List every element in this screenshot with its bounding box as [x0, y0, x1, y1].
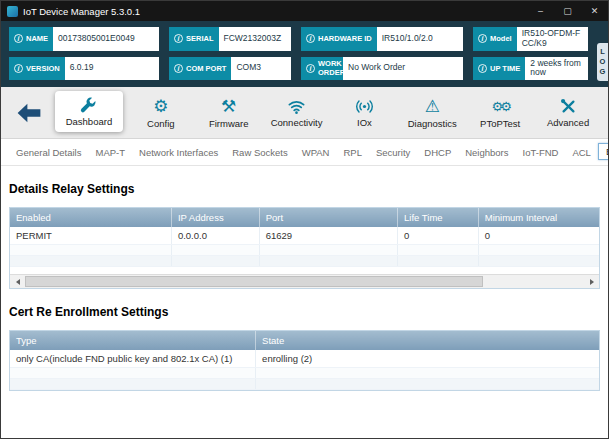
- subnav-raw-sockets[interactable]: Raw Sockets: [225, 145, 294, 160]
- serial-badge[interactable]: iSERIAL: [169, 27, 219, 51]
- cell-minimum-interval[interactable]: 0: [478, 227, 599, 245]
- tab-config[interactable]: ⚙ Config: [127, 91, 195, 134]
- cert-header-row: Type State: [10, 331, 599, 350]
- window-title: IoT Device Manager 5.3.0.1: [23, 6, 140, 17]
- relay-header-row: Enabled IP Address Port Life Time Minimu…: [10, 208, 599, 227]
- version-badge[interactable]: iVERSION: [9, 57, 65, 81]
- info-icon: i: [306, 34, 315, 43]
- column-header-state[interactable]: State: [256, 331, 599, 350]
- tab-label: Diagnostics: [408, 118, 457, 129]
- horizontal-scrollbar[interactable]: [10, 274, 599, 288]
- com-port-field: iCOM PORT COM3: [169, 57, 291, 81]
- column-header-type[interactable]: Type: [10, 331, 256, 350]
- subnav-network-interfaces[interactable]: Network Interfaces: [132, 145, 225, 160]
- window-controls: – ▢ ✕: [527, 1, 608, 21]
- serial-field: iSERIAL FCW2132003Z: [169, 27, 291, 51]
- tab-dashboard[interactable]: Dashboard: [55, 91, 123, 132]
- empty-row: [10, 256, 599, 267]
- empty-cell: [478, 256, 599, 267]
- name-field: iNAME 00173805001E0049: [9, 27, 159, 51]
- table-row[interactable]: PERMIT 0.0.0.0 61629 0 0: [10, 227, 599, 245]
- column-header-port[interactable]: Port: [259, 208, 397, 227]
- sub-nav: General Details MAP-T Network Interfaces…: [1, 139, 608, 166]
- subnav-rpl[interactable]: RPL: [336, 145, 368, 160]
- close-button[interactable]: ✕: [581, 1, 608, 21]
- grid-filler: [10, 267, 599, 274]
- name-value: 00173805001E0049: [53, 27, 159, 51]
- scroll-right-button[interactable]: [584, 275, 599, 288]
- work-order-value: No Work Order: [343, 57, 463, 81]
- info-icon: i: [306, 64, 315, 73]
- cell-life-time[interactable]: 0: [398, 227, 479, 245]
- up-time-field: iUP TIME 2 weeks from now: [473, 57, 588, 81]
- empty-cell: [10, 379, 256, 390]
- subnav-security[interactable]: Security: [369, 145, 417, 160]
- table-row[interactable]: only CA(include FND public key and 802.1…: [10, 350, 599, 368]
- tab-diagnostics[interactable]: ⚠ Diagnostics: [398, 91, 466, 134]
- subnav-wpan[interactable]: WPAN: [295, 145, 337, 160]
- subnav-map-t[interactable]: MAP-T: [88, 145, 132, 160]
- cell-port[interactable]: 61629: [259, 227, 397, 245]
- crossed-tools-icon: [559, 97, 578, 116]
- subnav-neighbors[interactable]: Neighbors: [458, 145, 515, 160]
- empty-cell: [256, 379, 599, 390]
- tab-connectivity[interactable]: Connectivity: [263, 91, 331, 134]
- empty-row: [10, 245, 599, 256]
- cell-state[interactable]: enrolling (2): [256, 350, 599, 368]
- tab-advanced[interactable]: Advanced: [534, 91, 602, 134]
- gears-icon: ⚙⚙: [492, 97, 509, 117]
- badge-grid: iNAME 00173805001E0049 iSERIAL FCW213200…: [9, 27, 600, 80]
- info-icon: i: [174, 64, 183, 73]
- maximize-button[interactable]: ▢: [554, 1, 581, 21]
- subnav-general-details[interactable]: General Details: [9, 145, 88, 160]
- subnav-iot-fnd[interactable]: IoT-FND: [516, 145, 566, 160]
- cell-ip-address[interactable]: 0.0.0.0: [171, 227, 259, 245]
- wifi-icon: [287, 97, 306, 116]
- info-icon: i: [478, 34, 487, 43]
- work-order-badge[interactable]: iWORK ORDER: [301, 57, 343, 81]
- com-port-value: COM3: [231, 57, 291, 81]
- cell-enabled[interactable]: PERMIT: [10, 227, 171, 245]
- tab-ptoptest[interactable]: ⚙⚙ PToPTest: [466, 91, 534, 134]
- empty-cell: [478, 245, 599, 256]
- hardware-id-badge[interactable]: iHARDWARE ID: [301, 27, 377, 51]
- scrollbar-thumb[interactable]: [25, 276, 483, 287]
- tab-firmware[interactable]: ⚒ Firmware: [195, 91, 263, 134]
- tab-label: PToPTest: [480, 118, 520, 129]
- subnav-est[interactable]: EST: [598, 143, 609, 160]
- up-time-badge[interactable]: iUP TIME: [473, 57, 525, 81]
- tab-label: Dashboard: [66, 116, 112, 127]
- content-area: Details Relay Settings Enabled IP Addres…: [1, 166, 608, 438]
- model-badge[interactable]: iModel: [473, 27, 517, 51]
- app-icon: [7, 6, 18, 17]
- title-bar: IoT Device Manager 5.3.0.1 – ▢ ✕: [1, 1, 608, 21]
- scroll-left-button[interactable]: [10, 275, 25, 288]
- column-header-ip-address[interactable]: IP Address: [171, 208, 259, 227]
- tab-label: Firmware: [209, 118, 249, 129]
- serial-value: FCW2132003Z: [219, 27, 291, 51]
- empty-cell: [10, 245, 171, 256]
- info-icon: i: [174, 34, 183, 43]
- radio-waves-icon: [355, 97, 374, 116]
- wrench-icon: [79, 96, 98, 115]
- column-header-enabled[interactable]: Enabled: [10, 208, 171, 227]
- minimize-button[interactable]: –: [527, 1, 554, 21]
- column-header-life-time[interactable]: Life Time: [398, 208, 479, 227]
- empty-cell: [259, 256, 397, 267]
- back-button[interactable]: [7, 91, 51, 134]
- back-arrow-icon: [16, 102, 42, 124]
- hardware-id-value: IR510/1.0/2.0: [377, 27, 463, 51]
- subnav-acl[interactable]: ACL: [565, 145, 597, 160]
- empty-cell: [171, 245, 259, 256]
- cell-type[interactable]: only CA(include FND public key and 802.1…: [10, 350, 256, 368]
- empty-cell: [10, 256, 171, 267]
- name-badge[interactable]: iNAME: [9, 27, 53, 51]
- tab-iox[interactable]: IOx: [331, 91, 399, 134]
- subnav-dhcp[interactable]: DHCP: [417, 145, 458, 160]
- scrollbar-track[interactable]: [25, 275, 584, 288]
- tab-label: IOx: [357, 117, 372, 128]
- com-port-badge[interactable]: iCOM PORT: [169, 57, 231, 81]
- info-icon: i: [14, 34, 23, 43]
- log-tab[interactable]: LOG: [597, 43, 608, 81]
- column-header-minimum-interval[interactable]: Minimum Interval: [478, 208, 599, 227]
